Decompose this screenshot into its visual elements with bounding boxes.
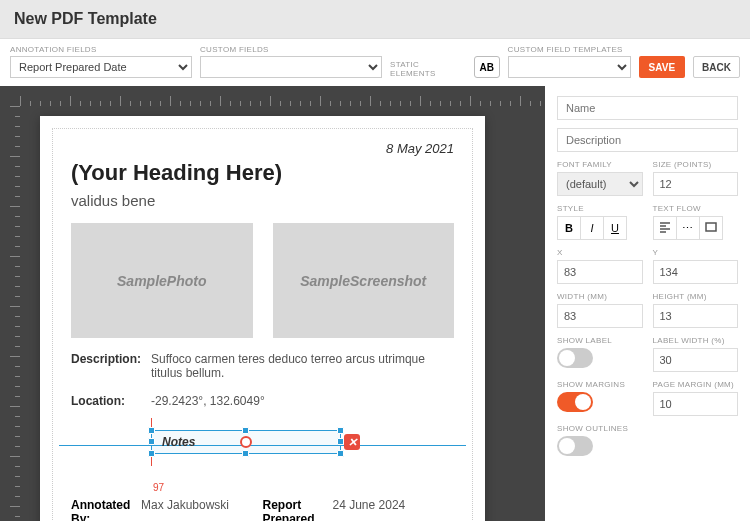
page-preview[interactable]: 8 May 2021 (Your Heading Here) validus b…: [40, 116, 485, 521]
notes-label: Notes: [162, 435, 195, 449]
custom-templates-select[interactable]: [508, 56, 631, 78]
back-button[interactable]: BACK: [693, 56, 740, 78]
label-width-input[interactable]: [653, 348, 739, 372]
static-text-button[interactable]: AB: [474, 56, 500, 78]
show-label-label: SHOW LABEL: [557, 336, 643, 345]
y-label: Y: [653, 248, 739, 257]
page-title: New PDF Template: [0, 0, 750, 39]
font-family-label: FONT FAMILY: [557, 160, 643, 169]
page-margin-input[interactable]: [653, 392, 739, 416]
date-field[interactable]: 8 May 2021: [71, 141, 454, 156]
align-left-icon: [659, 221, 671, 235]
show-outlines-toggle[interactable]: [557, 436, 593, 456]
report-prepared-date-value[interactable]: 24 June 2024: [333, 498, 455, 521]
save-button[interactable]: SAVE: [639, 56, 686, 78]
x-label: X: [557, 248, 643, 257]
resize-handle[interactable]: [337, 450, 344, 457]
top-toolbar: ANNOTATION FIELDS Report Prepared Date C…: [0, 39, 750, 86]
subheading-field[interactable]: validus bene: [71, 192, 454, 209]
ellipsis-icon: ⋯: [682, 222, 693, 235]
heading-field[interactable]: (Your Heading Here): [71, 160, 454, 186]
sample-screenshot-placeholder[interactable]: SampleScreenshot: [273, 223, 455, 338]
show-margins-toggle[interactable]: [557, 392, 593, 412]
sample-photo-placeholder[interactable]: SamplePhoto: [71, 223, 253, 338]
location-value[interactable]: -29.2423°, 132.6049°: [151, 394, 454, 408]
annotated-by-label: Annotated By:: [71, 498, 141, 521]
height-input[interactable]: [653, 304, 739, 328]
style-label: STYLE: [557, 204, 643, 213]
dimension-label: 97: [153, 482, 164, 493]
rect-icon: [705, 221, 717, 235]
resize-handle[interactable]: [337, 438, 344, 445]
canvas[interactable]: 8 May 2021 (Your Heading Here) validus b…: [0, 86, 545, 521]
resize-handle[interactable]: [148, 427, 155, 434]
font-family-select[interactable]: (default): [557, 172, 643, 196]
align-center-button[interactable]: ⋯: [676, 216, 700, 240]
y-input[interactable]: [653, 260, 739, 284]
show-margins-label: SHOW MARGINS: [557, 380, 643, 389]
static-elements-label: STATIC ELEMENTS: [390, 60, 466, 78]
description-label: Description:: [71, 352, 151, 380]
text-flow-label: TEXT FLOW: [653, 204, 739, 213]
custom-templates-label: CUSTOM FIELD TEMPLATES: [508, 45, 631, 54]
ruler-horizontal: [20, 86, 545, 106]
size-label: SIZE (POINTS): [653, 160, 739, 169]
annotated-by-value[interactable]: Max Jakubowski: [141, 498, 263, 521]
resize-handle[interactable]: [242, 427, 249, 434]
italic-button[interactable]: I: [580, 216, 604, 240]
notes-field-selected[interactable]: Notes ✕: [151, 430, 341, 454]
rotate-handle[interactable]: [240, 436, 252, 448]
close-icon: ✕: [348, 436, 357, 449]
resize-handle[interactable]: [242, 450, 249, 457]
description-value[interactable]: Suffoco carmen teres deduco terreo arcus…: [151, 352, 454, 380]
custom-fields-select[interactable]: [200, 56, 382, 78]
ruler-vertical: [0, 106, 20, 521]
width-input[interactable]: [557, 304, 643, 328]
show-outlines-label: SHOW OUTLINES: [557, 424, 738, 433]
resize-handle[interactable]: [337, 427, 344, 434]
width-label: WIDTH (MM): [557, 292, 643, 301]
resize-handle[interactable]: [148, 438, 155, 445]
align-left-button[interactable]: [653, 216, 677, 240]
description-input[interactable]: [557, 128, 738, 152]
properties-panel: FONT FAMILY (default) SIZE (POINTS) STYL…: [545, 86, 750, 521]
name-input[interactable]: [557, 96, 738, 120]
label-width-label: LABEL WIDTH (%): [653, 336, 739, 345]
svg-rect-0: [706, 223, 716, 231]
delete-element-button[interactable]: ✕: [344, 434, 360, 450]
location-label: Location:: [71, 394, 151, 408]
resize-handle[interactable]: [148, 450, 155, 457]
size-input[interactable]: [653, 172, 739, 196]
report-prepared-date-label: Report Prepared Date:: [263, 498, 333, 521]
show-label-toggle[interactable]: [557, 348, 593, 368]
underline-button[interactable]: U: [603, 216, 627, 240]
bold-button[interactable]: B: [557, 216, 581, 240]
x-input[interactable]: [557, 260, 643, 284]
custom-fields-label: CUSTOM FIELDS: [200, 45, 382, 54]
height-label: HEIGHT (MM): [653, 292, 739, 301]
annotation-fields-label: ANNOTATION FIELDS: [10, 45, 192, 54]
page-margin-label: PAGE MARGIN (MM): [653, 380, 739, 389]
annotation-fields-select[interactable]: Report Prepared Date: [10, 56, 192, 78]
align-justify-button[interactable]: [699, 216, 723, 240]
